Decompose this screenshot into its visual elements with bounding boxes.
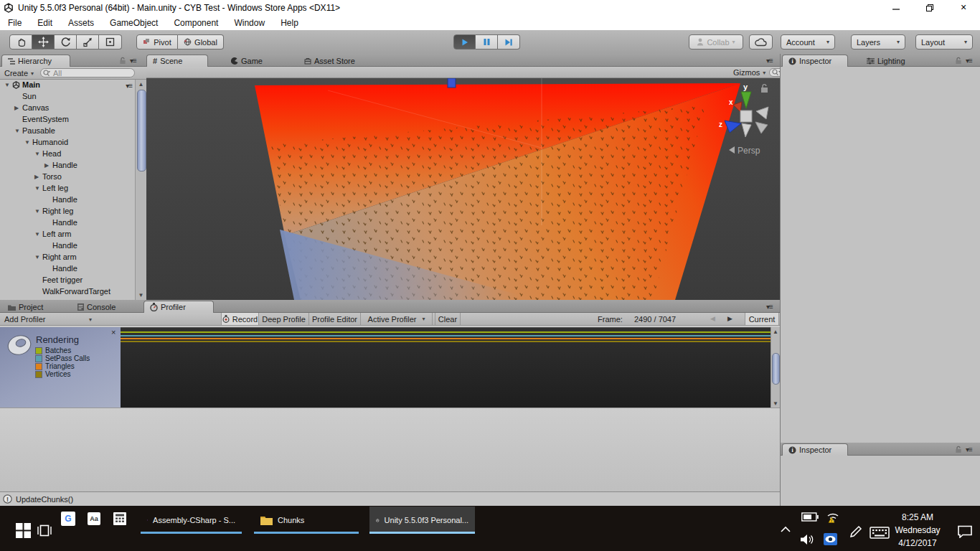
hierarchy-item-handle[interactable]: Handle bbox=[0, 263, 135, 275]
hierarchy-item-humanoid[interactable]: ▼Humanoid bbox=[0, 137, 135, 149]
tab-scene[interactable]: # Scene bbox=[146, 55, 208, 67]
hierarchy-item-feet-trigger[interactable]: Feet trigger bbox=[0, 275, 135, 286]
tab-profiler[interactable]: Profiler bbox=[143, 301, 214, 313]
lock-icon[interactable] bbox=[955, 446, 962, 453]
taskbar-app-assembly-csharp[interactable]: ∞ Assembly-CSharp - S... bbox=[141, 507, 242, 534]
hierarchy-item-pausable[interactable]: ▼Pausable bbox=[0, 126, 135, 137]
legend-item-triangles[interactable]: Triangles bbox=[36, 362, 121, 370]
close-module-icon[interactable]: × bbox=[111, 328, 116, 336]
touch-keyboard-icon[interactable] bbox=[870, 527, 890, 539]
tab-console[interactable]: Console bbox=[72, 301, 121, 313]
action-center-icon[interactable] bbox=[957, 525, 973, 538]
step-button[interactable] bbox=[498, 34, 520, 50]
move-tool-button[interactable] bbox=[32, 34, 55, 50]
hierarchy-item-handle[interactable]: Handle bbox=[0, 240, 135, 252]
volume-icon[interactable] bbox=[801, 534, 815, 545]
hierarchy-item-handle[interactable]: Handle bbox=[0, 194, 135, 206]
hierarchy-item-handle[interactable]: Handle bbox=[0, 217, 135, 229]
dictionary-icon[interactable]: Aa bbox=[88, 512, 100, 525]
hierarchy-search-input[interactable]: All bbox=[40, 68, 135, 77]
calculator-icon[interactable] bbox=[113, 512, 126, 525]
panel-menu-icon[interactable]: ▾≡ bbox=[130, 57, 136, 65]
scene-menu-icon[interactable]: ▾≡ bbox=[126, 82, 132, 90]
scale-tool-button[interactable] bbox=[77, 34, 99, 50]
hierarchy-item-walkforwardtarget[interactable]: WalkForwardTarget bbox=[0, 286, 135, 298]
taskbar-app-chunks[interactable]: Chunks bbox=[254, 507, 359, 534]
create-dropdown[interactable]: Create▾ bbox=[4, 68, 34, 78]
hierarchy-item-canvas[interactable]: ▶Canvas bbox=[0, 103, 135, 114]
taskbar-app-unity[interactable]: Unity 5.5.0f3 Personal... bbox=[369, 507, 475, 534]
tray-clock[interactable]: 8:25 AM Wednesday 4/12/2017 bbox=[888, 511, 947, 550]
menu-window[interactable]: Window bbox=[226, 16, 273, 30]
panel-menu-icon[interactable]: ▾≡ bbox=[766, 57, 773, 65]
foldout-expanded-icon[interactable]: ▼ bbox=[34, 254, 40, 261]
hierarchy-item-right-arm[interactable]: ▼Right arm bbox=[0, 252, 135, 263]
add-profiler-dropdown[interactable]: Add Profiler▾ bbox=[4, 314, 92, 324]
chrome-icon[interactable]: G bbox=[61, 512, 75, 526]
restore-button[interactable] bbox=[925, 3, 935, 13]
foldout-collapsed-icon[interactable]: ▶ bbox=[44, 162, 49, 169]
clear-button[interactable]: Clear bbox=[435, 313, 461, 325]
pause-button[interactable] bbox=[476, 34, 498, 50]
global-toggle-button[interactable]: Global bbox=[178, 34, 224, 50]
active-profiler-dropdown[interactable]: Active Profiler▾ bbox=[361, 313, 433, 325]
pivot-toggle-button[interactable]: Pivot bbox=[136, 34, 178, 50]
menu-file[interactable]: File bbox=[0, 16, 29, 30]
hierarchy-item-torso[interactable]: ▶Torso bbox=[0, 171, 135, 183]
hierarchy-item-left-leg[interactable]: ▼Left leg bbox=[0, 183, 135, 194]
next-frame-button[interactable]: ▶ bbox=[727, 315, 732, 322]
hierarchy-item-left-arm[interactable]: ▼Left arm bbox=[0, 229, 135, 240]
hand-tool-button[interactable] bbox=[9, 34, 32, 50]
panel-menu-icon[interactable]: ▾≡ bbox=[966, 446, 972, 453]
hierarchy-item-eventsystem[interactable]: EventSystem bbox=[0, 114, 135, 126]
tab-inspector[interactable]: i Inspector bbox=[782, 55, 848, 67]
axis-x-label[interactable]: x bbox=[729, 98, 733, 106]
profiler-chart[interactable] bbox=[121, 327, 771, 408]
menu-assets[interactable]: Assets bbox=[60, 16, 102, 30]
scroll-up-icon[interactable]: ▲ bbox=[136, 81, 146, 88]
hierarchy-item-head[interactable]: ▼Head bbox=[0, 149, 135, 160]
rect-tool-button[interactable] bbox=[99, 34, 122, 50]
play-button[interactable] bbox=[453, 34, 476, 50]
foldout-expanded-icon[interactable]: ▼ bbox=[34, 185, 40, 192]
hierarchy-item-main[interactable]: ▼Main▾≡ bbox=[0, 80, 135, 91]
tab-lighting[interactable]: Lighting bbox=[861, 55, 911, 67]
close-button[interactable]: × bbox=[958, 2, 969, 12]
foldout-expanded-icon[interactable]: ▼ bbox=[14, 128, 20, 135]
chart-scrollbar[interactable]: ▲ ▼ bbox=[771, 327, 780, 408]
battery-icon[interactable] bbox=[801, 512, 819, 522]
current-frame-button[interactable]: Current bbox=[745, 313, 779, 325]
foldout-expanded-icon[interactable]: ▼ bbox=[34, 231, 40, 238]
account-dropdown[interactable]: Account▾ bbox=[781, 34, 835, 50]
rendering-module-card[interactable]: × Rendering BatchesSetPass CallsTriangle… bbox=[0, 327, 121, 408]
lock-icon[interactable] bbox=[955, 57, 962, 65]
menu-edit[interactable]: Edit bbox=[29, 16, 60, 30]
hierarchy-item-right-leg[interactable]: ▼Right leg bbox=[0, 206, 135, 217]
deep-profile-button[interactable]: Deep Profile bbox=[259, 313, 309, 325]
hierarchy-item-sun[interactable]: Sun bbox=[0, 91, 135, 103]
tray-expand-chevron[interactable] bbox=[781, 526, 791, 532]
foldout-expanded-icon[interactable]: ▼ bbox=[4, 82, 10, 89]
profile-editor-button[interactable]: Profile Editor bbox=[309, 313, 361, 325]
pen-icon[interactable] bbox=[849, 525, 862, 540]
panel-menu-icon[interactable]: ▾≡ bbox=[966, 57, 972, 65]
menu-gameobject[interactable]: GameObject bbox=[102, 16, 166, 30]
collab-button[interactable]: Collab▾ bbox=[689, 34, 743, 50]
legend-item-vertices[interactable]: Vertices bbox=[36, 370, 121, 378]
lock-icon[interactable] bbox=[119, 57, 126, 65]
foldout-expanded-icon[interactable]: ▼ bbox=[34, 208, 40, 215]
foldout-collapsed-icon[interactable]: ▶ bbox=[14, 105, 19, 112]
scroll-up-icon[interactable]: ▲ bbox=[771, 329, 780, 335]
gizmo-cube[interactable] bbox=[740, 110, 752, 122]
scroll-down-icon[interactable]: ▼ bbox=[771, 400, 780, 407]
foldout-collapsed-icon[interactable]: ▶ bbox=[34, 174, 39, 181]
layers-dropdown[interactable]: Layers▾ bbox=[851, 34, 905, 50]
tab-hierarchy[interactable]: Hierarchy bbox=[1, 55, 70, 67]
record-toggle-button[interactable]: Record bbox=[221, 313, 259, 325]
tab-game[interactable]: Game bbox=[225, 55, 268, 67]
legend-item-batches[interactable]: Batches bbox=[36, 347, 121, 354]
hierarchy-scrollbar[interactable]: ▲ ▼ bbox=[135, 80, 146, 300]
scrollbar-thumb[interactable] bbox=[137, 90, 146, 171]
scrollbar-thumb[interactable] bbox=[772, 353, 780, 385]
tab-asset-store[interactable]: Asset Store bbox=[298, 55, 361, 67]
